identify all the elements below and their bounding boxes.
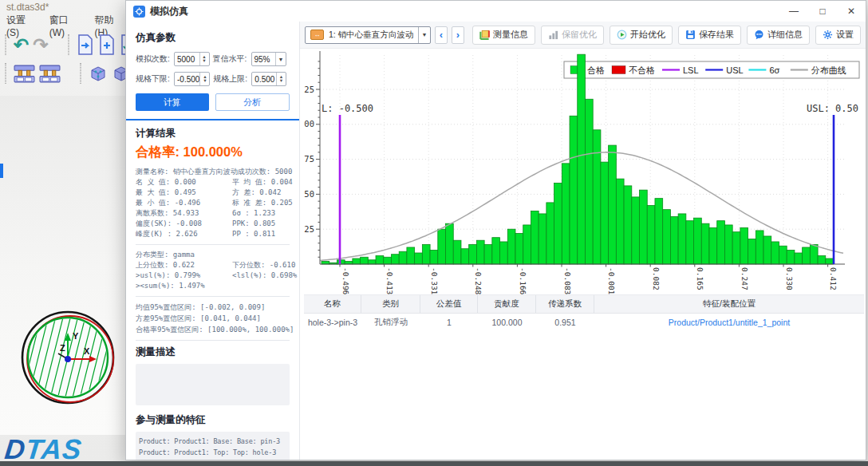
table-header-cell[interactable]: 公差值 [420, 295, 478, 313]
svg-text:USL: USL [726, 65, 743, 75]
bar-chart-button[interactable]: 保留优化 [541, 26, 604, 45]
play-icon [617, 30, 627, 40]
x-tick-label: -0.166 [519, 267, 527, 294]
bar-chart-icon [548, 30, 558, 40]
save-icon [685, 30, 696, 40]
cad-viewport[interactable]: Y Z X [0, 96, 125, 435]
prev-measurement-button[interactable]: ‹ [435, 26, 448, 44]
toolbar-drag-handle[interactable] [5, 63, 6, 84]
table-cell: 孔销浮动 [361, 314, 420, 331]
svg-text:不合格: 不合格 [629, 65, 655, 75]
chevron-down-icon[interactable]: ▼ [275, 53, 286, 65]
maximize-button[interactable]: □ [808, 1, 837, 22]
measure-info-button[interactable]: 测量信息 [472, 26, 535, 45]
dialog-titlebar[interactable]: 模拟仿真 — □ ✕ [126, 1, 866, 22]
dtas-logo: DTAS [3, 433, 84, 465]
stat-row: 峰度(K) : 2.626PP : 0.811 [136, 229, 290, 239]
confidence-interval-line: 均值95%置信区间: [-0.002, 0.009] [136, 302, 290, 313]
blue-divider [126, 119, 299, 120]
minimize-button[interactable]: — [779, 1, 808, 22]
next-measurement-button[interactable]: › [452, 26, 464, 44]
svg-text:LSL: LSL [683, 65, 699, 75]
paste-icon[interactable] [77, 34, 94, 55]
svg-text:合格: 合格 [587, 65, 605, 75]
table-header-cell[interactable]: 贡献度 [478, 295, 536, 313]
table-header-row: 名称类别公差值贡献度传递系数特征/装配位置 [304, 294, 864, 314]
table-header-cell[interactable]: 传递系数 [536, 295, 594, 313]
collapsed-panel-accent[interactable] [0, 164, 3, 178]
stat-row: >usl(%): 0.799%<lsl(%): 0.698% [136, 271, 290, 281]
stat-row: 名 义 值: 0.000平 均 值: 0.004 [136, 177, 290, 188]
measure-desc-box[interactable] [136, 364, 290, 405]
x-tick-label: 0.330 [785, 267, 794, 290]
measurement-toolbar: ↔ 1: 销中心垂直方向波动 ▼ ‹ › 测量信息保留优化开始优化保存结果详细信… [300, 22, 866, 49]
y-tick-label: 50 [304, 189, 314, 199]
stat-row: 最 大 值: 0.495方 差: 0.042 [136, 188, 290, 198]
chevron-down-icon[interactable]: ▼ [418, 27, 430, 43]
toolbar-button-label: 保存结果 [699, 29, 734, 41]
undo-icon[interactable]: ↶ [14, 34, 29, 55]
play-button[interactable]: 开始优化 [610, 26, 673, 45]
spinner-arrows-icon[interactable]: ▲▼ [199, 53, 209, 65]
confidence-select[interactable]: 95%▼ [251, 52, 287, 66]
fixture-icon[interactable] [14, 65, 35, 83]
add-file-icon[interactable] [98, 34, 116, 55]
table-row[interactable]: hole-3->pin-3孔销浮动1100.0000.951Product/Pr… [304, 314, 864, 331]
feature-path-link[interactable]: Product/Product1/untitle_1_point [594, 314, 864, 331]
table-cell: hole-3->pin-3 [304, 314, 361, 331]
module-icon[interactable] [112, 64, 125, 83]
toolbar-button-label: 设置 [836, 29, 854, 41]
toolbar-drag-handle[interactable] [80, 63, 81, 84]
fixture-2-icon[interactable] [39, 65, 61, 83]
x-axis-label: X [84, 346, 90, 356]
z-axis-origin-dot [65, 356, 71, 362]
feature-line: Product: Product1: Top: Top: hole-3 [139, 447, 286, 458]
toolbar-drag-handle[interactable] [5, 34, 6, 55]
x-tick-label: 0.247 [740, 267, 749, 290]
measure-icon: ↔ [310, 30, 324, 40]
close-button[interactable]: ✕ [837, 1, 866, 22]
dialog-title: 模拟仿真 [150, 5, 188, 18]
y-tick-label: 100 [304, 119, 314, 128]
stat-row: 最 小 值: -0.496标 准 差: 0.205 [136, 198, 290, 208]
stat-row: 偏度(SK): -0.008PPK: 0.805 [136, 219, 290, 229]
table-header-cell[interactable]: 类别 [361, 295, 420, 313]
gear-button[interactable]: 设置 [815, 26, 861, 45]
x-tick-label: -0.248 [474, 267, 483, 294]
features-box[interactable]: Product: Product1: Base: Base: pin-3Prod… [136, 432, 290, 460]
histogram-chart: 合格不合格LSLUSL6σ分布曲线255075100125-0.496-0.41… [304, 49, 866, 294]
table-header-cell[interactable]: 名称 [304, 295, 361, 313]
table-cell: 100.000 [478, 314, 536, 331]
save-button[interactable]: 保存结果 [678, 26, 741, 45]
logo-letters-tas: TAS [24, 433, 84, 464]
stat-row: 上分位数: 0.622下分位数: -0.610 [136, 260, 290, 271]
chat-icon [754, 30, 764, 40]
spinner-arrows-icon[interactable]: ▲▼ [276, 73, 286, 85]
x-tick-label: -0.331 [430, 267, 439, 294]
results-heading: 计算结果 [136, 127, 290, 140]
measurement-select[interactable]: ↔ 1: 销中心垂直方向波动 ▼ [305, 26, 431, 44]
y-tick-label: 75 [304, 154, 314, 164]
sim-count-spinner[interactable]: 5000▲▼ [174, 52, 210, 66]
chat-button[interactable]: 详细信息 [747, 26, 810, 45]
measure-desc-heading: 测量描述 [136, 346, 290, 359]
stat-row: ><sum(%): 1.497% [136, 281, 290, 291]
pass-rate: 合格率: 100.000% [136, 144, 290, 161]
calculate-button[interactable]: 计算 [136, 93, 209, 111]
assembly-icon[interactable] [89, 64, 108, 83]
spinner-arrows-icon[interactable]: ▲▼ [199, 73, 209, 85]
toolbar-drag-handle[interactable] [68, 34, 69, 55]
simulation-dialog: 模拟仿真 — □ ✕ 仿真参数 模拟次数: 5000▲▼ 置信水平: 95%▼ … [125, 0, 866, 460]
lower-spec-label: 规格下限: [136, 73, 174, 85]
svg-text:分布曲线: 分布曲线 [811, 65, 846, 75]
analyze-button[interactable]: 分析 [215, 93, 290, 111]
redo-icon[interactable]: ↷ [33, 34, 48, 55]
import-icon[interactable] [120, 34, 125, 55]
table-header-cell[interactable]: 特征/装配位置 [594, 295, 864, 313]
y-tick-label: 125 [304, 85, 314, 94]
table-cell: 1 [420, 314, 478, 331]
lower-spec-spinner[interactable]: -0.500▲▼ [174, 72, 210, 86]
stat-row: 离散系数: 54.9336σ : 1.233 [136, 208, 290, 219]
table-cell: 0.951 [536, 314, 594, 331]
upper-spec-spinner[interactable]: 0.500▲▼ [251, 72, 286, 86]
